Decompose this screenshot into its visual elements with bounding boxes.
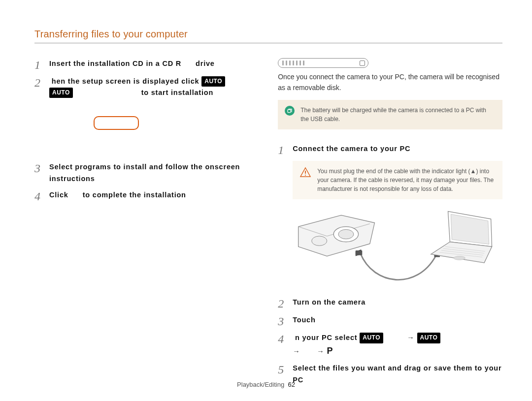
warning-callout: You must plug the end of the cable with … [293, 161, 502, 199]
media-bar-knob [360, 61, 365, 66]
auto-badge: AUTO [360, 333, 383, 343]
auto-badge: AUTO [417, 333, 441, 343]
step-text: hen the setup screen is displayed click … [49, 76, 225, 98]
warning-text: You must plug the end of the cable with … [317, 167, 496, 193]
left-step-1: 1 Insert the installation CD in a CD R d… [34, 58, 254, 71]
right-column: Once you connect the camera to your PC, … [278, 58, 502, 391]
svg-point-4 [338, 230, 354, 239]
step-text: Connect the camera to your PC [293, 143, 410, 154]
step-number: 1 [34, 58, 43, 71]
camera-laptop-illustration [293, 208, 502, 292]
footer-section: Playback/Editing [237, 381, 284, 388]
svg-point-13 [454, 256, 465, 260]
step-number: 2 [278, 297, 287, 309]
step-number: 5 [278, 363, 287, 375]
right-step-2: 2 Turn on the camera [278, 297, 502, 309]
step-text: Turn on the camera [293, 297, 366, 308]
media-bar-illustration [278, 58, 368, 68]
step-number: 3 [34, 161, 43, 174]
right-step-4: 4 n your PC select AUTO → AUTO → → P [278, 332, 502, 358]
step-number: 1 [278, 143, 287, 156]
columns: 1 Insert the installation CD in a CD R d… [34, 58, 502, 391]
warning-icon [299, 167, 311, 179]
info-text: The battery will be charged while the ca… [300, 106, 496, 123]
auto-badge: AUTO [201, 76, 225, 87]
footer: Playback/Editing 62 [0, 381, 532, 388]
right-step-3: 3 Touch [278, 314, 502, 327]
step-text: Insert the installation CD in a CD R dri… [49, 58, 215, 69]
title-rule [34, 43, 502, 43]
info-callout: The battery will be charged while the ca… [278, 100, 502, 129]
svg-rect-0 [288, 110, 291, 113]
step-number: 2 [34, 76, 43, 89]
left-step-2: 2 hen the setup screen is displayed clic… [34, 76, 254, 98]
page-title: Transferring files to your computer [34, 29, 502, 40]
svg-point-2 [305, 175, 306, 176]
left-column: 1 Insert the installation CD in a CD R d… [34, 58, 254, 391]
right-step-1: 1 Connect the camera to your PC [278, 143, 502, 156]
step-text: Click to complete the installation [49, 189, 186, 201]
step-number: 4 [34, 189, 43, 202]
info-icon [285, 106, 295, 116]
step-text: n your PC select AUTO → AUTO → → P [293, 332, 440, 358]
step-number: 4 [278, 332, 287, 345]
step-text: Select programs to install and follow th… [49, 161, 254, 184]
step-text: Touch [293, 314, 315, 326]
svg-rect-7 [356, 250, 363, 255]
page: Transferring files to your computer 1 In… [0, 0, 532, 401]
page-number: 62 [288, 381, 295, 388]
orange-pill-placeholder [94, 116, 139, 130]
intro-paragraph: Once you connect the camera to your PC, … [278, 72, 502, 93]
left-step-3: 3 Select programs to install and follow … [34, 161, 254, 184]
p-glyph: P [327, 346, 332, 356]
left-step-4: 4 Click to complete the installation [34, 189, 254, 202]
svg-point-5 [312, 236, 327, 246]
auto-badge: AUTO [49, 88, 73, 98]
step-number: 3 [278, 314, 287, 327]
